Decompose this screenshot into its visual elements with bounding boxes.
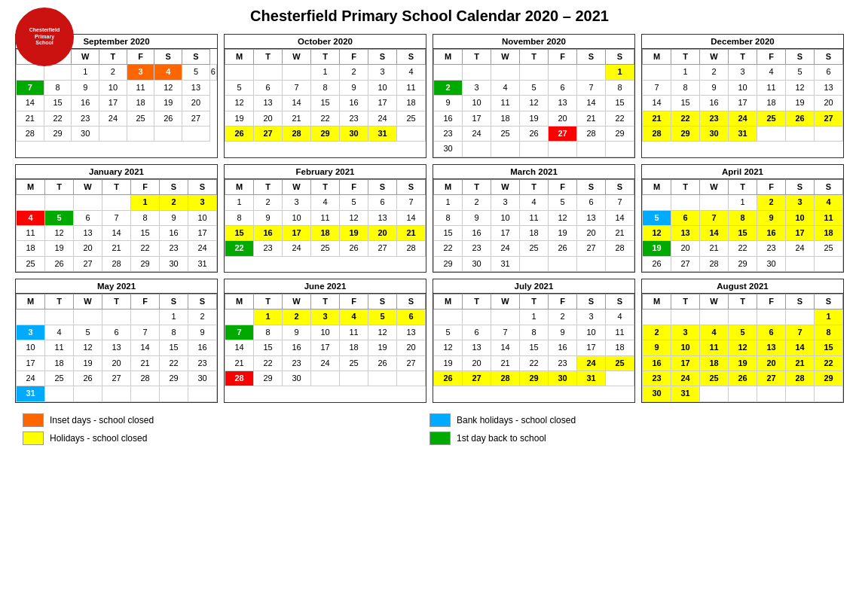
calendar-title: October 2020 [225,35,426,49]
calendar-day: 25 [606,355,634,371]
calendar-june-2021: June 2021MTWTFSS123456789101112131415161… [224,279,426,403]
calendar-day: 2 [757,195,786,210]
calendar-day: 10 [463,96,491,111]
calendar-day: 22 [311,111,340,126]
calendar-day: 7 [102,210,131,225]
calendar-day: 15 [520,340,549,355]
calendar-day: 5 [520,80,549,95]
calendar-day: 8 [815,325,843,340]
calendar-day [700,195,729,210]
calendar-day: 30 [160,256,188,271]
day-header: T [254,179,283,194]
calendar-day: 13 [102,340,131,355]
day-header: S [815,179,843,194]
calendar-day: 16 [643,355,671,371]
calendar-day [254,65,283,80]
day-header: F [131,179,160,194]
calendar-day: 10 [188,210,217,225]
calendar-day: 20 [254,111,283,126]
calendar-day: 4 [520,195,549,210]
calendar-day: 23 [463,241,491,256]
calendar-day: 25 [127,111,154,126]
legend-left: Inset days - school closed Holidays - sc… [23,413,430,445]
day-header: W [283,179,311,194]
calendar-day: 14 [786,340,815,355]
calendar-day: 10 [671,340,700,355]
legend-firstday-label: 1st day back to school [457,433,546,444]
calendar-day: 16 [160,225,188,240]
calendar-day: 1 [520,310,549,325]
calendar-day: 12 [225,96,254,111]
calendar-day: 18 [520,225,549,240]
calendar-day: 5 [225,80,254,95]
day-header: T [729,294,757,310]
calendar-day: 21 [283,111,311,126]
calendar-day: 6 [815,65,843,80]
calendar-day [434,65,463,80]
calendar-day: 19 [729,355,757,371]
calendar-day: 18 [491,111,520,126]
calendar-table: MTWTFSS123456789101112131415161718192021… [642,294,843,402]
calendar-day [549,65,577,80]
calendar-day [520,142,549,157]
calendar-day: 21 [606,225,634,240]
calendar-day: 22 [606,111,634,126]
calendar-day: 13 [368,210,397,225]
day-header: T [45,179,74,194]
calendar-day: 30 [434,142,463,157]
day-header: F [757,179,786,194]
calendar-day: 3 [283,195,311,210]
calendar-day [45,310,74,325]
calendar-day: 7 [700,210,729,225]
calendar-day [815,256,843,271]
calendar-day: 23 [340,111,368,126]
calendar-day: 14 [491,340,520,355]
calendar-day: 17 [17,355,45,371]
calendar-day: 8 [434,210,463,225]
calendar-day: 25 [340,355,368,371]
calendar-day [17,195,45,210]
day-header: S [397,294,426,310]
day-header: M [643,50,671,65]
calendar-day: 13 [549,96,577,111]
calendar-day: 10 [786,210,815,225]
calendar-day: 8 [671,80,700,95]
calendar-day: 6 [368,195,397,210]
day-header: T [729,50,757,65]
calendar-day: 2 [434,80,463,95]
day-header: S [606,294,634,310]
page-header: ChesterfieldPrimarySchool Chesterfield P… [15,8,844,25]
day-header: S [397,179,426,194]
day-header: T [671,50,700,65]
calendar-day: 4 [491,80,520,95]
day-header: F [340,179,368,194]
school-logo: ChesterfieldPrimarySchool [15,8,75,68]
calendar-day: 30 [643,386,671,401]
calendar-day [368,371,397,386]
calendars-grid: September 2020MTWTFSS1234567891011121314… [15,34,844,403]
calendar-day: 7 [577,80,606,95]
calendar-day: 8 [520,325,549,340]
calendar-day: 20 [397,340,426,355]
calendar-day: 14 [700,225,729,240]
calendar-day [102,386,131,401]
calendar-day: 3 [311,310,340,325]
calendar-day: 23 [283,355,311,371]
calendar-day: 21 [17,111,44,126]
calendar-day: 9 [340,80,368,95]
day-header: S [577,50,606,65]
calendar-day: 20 [74,241,102,256]
day-header: T [45,294,74,310]
day-header: S [815,294,843,310]
calendar-day: 25 [17,256,45,271]
calendar-day: 17 [729,96,757,111]
calendar-day: 7 [606,195,634,210]
calendar-day: 15 [225,225,254,240]
calendar-day: 22 [254,355,283,371]
calendar-day [74,386,102,401]
calendar-day: 9 [283,325,311,340]
calendar-day: 18 [17,241,45,256]
calendar-day: 22 [131,241,160,256]
calendar-day: 18 [397,96,426,111]
calendar-day: 4 [606,310,634,325]
